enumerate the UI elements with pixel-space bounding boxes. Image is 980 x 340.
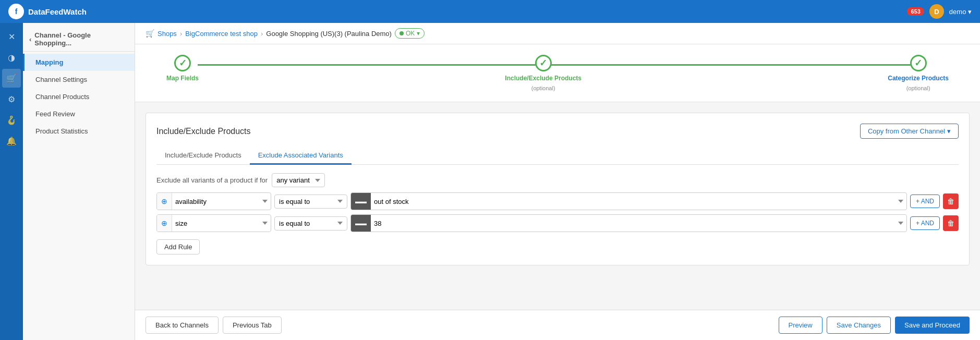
rule1-operator-dropdown[interactable]: is equal to is not equal to contains — [274, 195, 347, 209]
previous-tab-button[interactable]: Previous Tab — [223, 317, 282, 334]
breadcrumb-shop[interactable]: BigCommerce test shop — [185, 30, 258, 38]
step2-sub: (optional) — [531, 85, 555, 91]
add-rule-button[interactable]: Add Rule — [156, 239, 200, 254]
step-map-fields[interactable]: ✓ Map Fields — [166, 55, 199, 91]
top-nav-right: 653 D demo ▾ — [907, 4, 972, 19]
analytics-nav-icon[interactable]: ◑ — [2, 48, 21, 67]
step-include-exclude[interactable]: ✓ Include/Exclude Products (optional) — [505, 55, 582, 91]
exclude-variants-row: Exclude all variants of a product if for… — [156, 173, 959, 187]
card-tabs: Include/Exclude Products Exclude Associa… — [156, 147, 959, 165]
nav-label-feed-review: Feed Review — [35, 110, 75, 118]
ok-dot-icon — [400, 31, 404, 35]
rule2-value-dropdown[interactable]: 38 39 40 — [371, 217, 906, 230]
rule-row-1: ⊕ availability size price is equal to is… — [156, 192, 959, 210]
step1-circle: ✓ — [174, 55, 191, 71]
rule2-delete-button[interactable]: 🗑 — [943, 215, 959, 231]
save-and-proceed-button[interactable]: Save and Proceed — [895, 317, 970, 334]
main-content: 🛒 Shops › BigCommerce test shop › Google… — [135, 23, 980, 340]
app-logo: f DataFeedWatch — [8, 4, 87, 19]
nav-item-channel-products[interactable]: Channel Products — [23, 88, 135, 105]
app-name: DataFeedWatch — [28, 7, 87, 16]
rule2-operator-dropdown[interactable]: is equal to is not equal to contains — [274, 216, 347, 230]
icon-sidebar: ✕ ◑ 🛒 ⚙ 🪝 🔔 — [0, 23, 23, 340]
rule1-field-selector: ⊕ availability size price — [156, 192, 271, 210]
breadcrumb-shops[interactable]: Shops — [158, 30, 177, 38]
rule1-field-icon: ⊕ — [157, 193, 172, 210]
save-changes-button[interactable]: Save Changes — [827, 317, 891, 334]
notification-badge[interactable]: 653 — [907, 7, 924, 16]
rule2-value-selector: ▬▬ 38 39 40 — [350, 214, 907, 232]
step3-sub: (optional) — [906, 85, 930, 91]
content-area: Include/Exclude Products Copy from Other… — [135, 102, 980, 310]
breadcrumb-channel: Google Shopping (US)(3) (Paulina Demo) — [266, 30, 392, 38]
step2-circle: ✓ — [535, 55, 552, 71]
step-categorize[interactable]: ✓ Categorize Products (optional) — [888, 55, 949, 91]
nav-item-mapping[interactable]: Mapping — [23, 54, 135, 71]
rule2-field-dropdown[interactable]: size availability price — [172, 217, 271, 230]
close-nav-icon[interactable]: ✕ — [2, 27, 21, 46]
rule2-field-selector: ⊕ size availability price — [156, 214, 271, 232]
rule1-field-dropdown[interactable]: availability size price — [172, 195, 271, 208]
step3-circle: ✓ — [910, 55, 927, 71]
step1-label: Map Fields — [166, 75, 199, 82]
rule2-and-button[interactable]: + AND — [910, 216, 940, 230]
exclude-label: Exclude all variants of a product if for — [156, 176, 268, 184]
user-avatar: D — [929, 4, 944, 19]
rule-row-2: ⊕ size availability price is equal to is… — [156, 214, 959, 232]
cart-nav-icon[interactable]: 🛒 — [2, 69, 21, 88]
step2-label: Include/Exclude Products — [505, 75, 582, 82]
rule1-value-dropdown[interactable]: out of stock in stock preorder — [371, 195, 906, 208]
shop-icon: 🛒 — [146, 29, 154, 38]
nav-item-product-statistics[interactable]: Product Statistics — [23, 123, 135, 140]
preview-button[interactable]: Preview — [779, 317, 822, 334]
copy-from-channel-button[interactable]: Copy from Other Channel ▾ — [860, 124, 959, 139]
top-nav: f DataFeedWatch 653 D demo ▾ — [0, 0, 980, 23]
channel-title: Channel - Google Shopping... — [34, 31, 128, 47]
step3-label: Categorize Products — [888, 75, 949, 82]
rule1-and-button[interactable]: + AND — [910, 195, 940, 208]
nav-item-channel-settings[interactable]: Channel Settings — [23, 71, 135, 88]
card-title: Include/Exclude Products — [156, 127, 251, 136]
ok-status-badge[interactable]: OK ▾ — [395, 28, 425, 39]
variant-select[interactable]: any variant all variants — [272, 173, 325, 187]
footer: Back to Channels Previous Tab Preview Sa… — [135, 310, 980, 340]
rule1-delete-button[interactable]: 🗑 — [943, 193, 959, 209]
breadcrumb: 🛒 Shops › BigCommerce test shop › Google… — [135, 23, 980, 44]
rule2-value-icon: ▬▬ — [351, 215, 371, 232]
footer-left-buttons: Back to Channels Previous Tab — [146, 317, 282, 334]
left-nav-panel: ‹ Channel - Google Shopping... Mapping C… — [23, 23, 135, 340]
back-to-channels-button[interactable]: Back to Channels — [146, 317, 219, 334]
bell-nav-icon[interactable]: 🔔 — [2, 131, 21, 150]
tab-include-exclude[interactable]: Include/Exclude Products — [156, 147, 250, 165]
nav-label-channel-settings: Channel Settings — [35, 76, 87, 83]
tab-exclude-variants[interactable]: Exclude Associated Variants — [250, 147, 352, 165]
settings-nav-icon[interactable]: ⚙ — [2, 90, 21, 108]
card-header: Include/Exclude Products Copy from Other… — [156, 124, 959, 139]
rule1-value-icon: ▬▬ — [351, 193, 371, 210]
nav-item-feed-review[interactable]: Feed Review — [23, 105, 135, 123]
rule2-field-icon: ⊕ — [157, 215, 172, 232]
footer-right-buttons: Preview Save Changes Save and Proceed — [779, 317, 970, 334]
progress-steps: ✓ Map Fields ✓ Include/Exclude Products … — [135, 44, 980, 102]
nav-label-mapping: Mapping — [35, 58, 63, 66]
logo-icon: f — [8, 4, 24, 19]
nav-label-channel-products: Channel Products — [35, 93, 89, 101]
main-card: Include/Exclude Products Copy from Other… — [146, 113, 970, 265]
user-menu[interactable]: demo ▾ — [949, 8, 972, 16]
copy-dropdown-arrow: ▾ — [947, 127, 951, 135]
hook-nav-icon[interactable]: 🪝 — [2, 111, 21, 129]
channel-header[interactable]: ‹ Channel - Google Shopping... — [23, 27, 135, 52]
rule1-value-selector: ▬▬ out of stock in stock preorder — [350, 192, 907, 210]
nav-label-product-statistics: Product Statistics — [35, 127, 88, 135]
